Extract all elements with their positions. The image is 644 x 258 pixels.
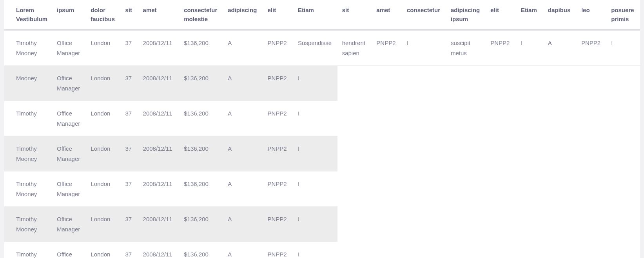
- col-header[interactable]: sit: [337, 0, 372, 31]
- col-header[interactable]: sit: [120, 0, 138, 31]
- table-row[interactable]: TimothyOffice ManagerLondon372008/12/11$…: [4, 101, 640, 136]
- table-row[interactable]: Timothy MooneyOffice ManagerLondon372008…: [4, 31, 640, 66]
- table-cell: A: [223, 66, 263, 101]
- table-cell: I: [293, 242, 337, 258]
- table-cell: I: [293, 101, 337, 136]
- table-cell: Office Manager: [52, 31, 86, 66]
- table-cell: Office Manager: [52, 66, 86, 101]
- col-header[interactable]: Etiam: [516, 0, 543, 31]
- table-cell: I: [293, 136, 337, 171]
- table-cell: PNPP2: [263, 242, 293, 258]
- col-header[interactable]: dapibus: [543, 0, 577, 31]
- table-cell: Office Manager: [52, 242, 86, 258]
- col-header[interactable]: dolor faucibus: [86, 0, 120, 31]
- table-cell: Timothy: [4, 101, 52, 136]
- table-cell: Timothy Mooney: [4, 171, 52, 207]
- table-cell: PNPP2: [263, 31, 293, 66]
- data-table-card: Lorem Vestibulumipsumdolor faucibussitam…: [4, 0, 640, 258]
- table-cell: PNPP2: [263, 101, 293, 136]
- col-header[interactable]: elit: [486, 0, 516, 31]
- col-header[interactable]: ipsum: [52, 0, 86, 31]
- table-cell: Timothy Mooney: [4, 31, 52, 66]
- table-row[interactable]: Timothy MooneyOffice ManagerLondon372008…: [4, 207, 640, 242]
- table-cell: London: [86, 171, 120, 207]
- col-header[interactable]: amet: [138, 0, 180, 31]
- table-cell: I: [293, 171, 337, 207]
- table-cell: 37: [120, 242, 138, 258]
- table-cell: I: [402, 31, 446, 66]
- table-row[interactable]: Timothy MooneyOffice ManagerLondon372008…: [4, 242, 640, 258]
- table-cell: Office Manager: [52, 171, 86, 207]
- table-cell: A: [223, 171, 263, 207]
- table-cell: PNPP2: [372, 31, 402, 66]
- table-cell: A: [223, 31, 263, 66]
- table-cell: Mooney: [4, 66, 52, 101]
- table-cell: Timothy Mooney: [4, 207, 52, 242]
- col-header[interactable]: leo: [577, 0, 606, 31]
- col-header[interactable]: posuere primis: [606, 0, 640, 31]
- table-cell: Timothy Mooney: [4, 136, 52, 171]
- table-row[interactable]: Timothy MooneyOffice ManagerLondon372008…: [4, 136, 640, 171]
- table-cell: PNPP2: [577, 31, 606, 66]
- table-cell: PNPP2: [263, 136, 293, 171]
- table-cell: A: [223, 242, 263, 258]
- col-header[interactable]: Lorem Vestibulum: [4, 0, 52, 31]
- col-header[interactable]: amet: [372, 0, 402, 31]
- table-cell: 37: [120, 207, 138, 242]
- table-cell: A: [223, 136, 263, 171]
- table-cell: PNPP2: [263, 207, 293, 242]
- table-cell: $136,200: [179, 101, 223, 136]
- table-cell: 2008/12/11: [138, 101, 180, 136]
- table-row[interactable]: MooneyOffice ManagerLondon372008/12/11$1…: [4, 66, 640, 101]
- table-cell: 37: [120, 66, 138, 101]
- table-cell: London: [86, 66, 120, 101]
- table-cell: Office Manager: [52, 101, 86, 136]
- table-cell: A: [543, 31, 577, 66]
- table-cell: $136,200: [179, 66, 223, 101]
- col-header[interactable]: consectetur: [402, 0, 446, 31]
- table-cell: A: [223, 101, 263, 136]
- table-cell: 2008/12/11: [138, 171, 180, 207]
- table-cell: Office Manager: [52, 136, 86, 171]
- table-cell: 37: [120, 101, 138, 136]
- data-table: Lorem Vestibulumipsumdolor faucibussitam…: [4, 0, 640, 258]
- table-cell: PNPP2: [263, 66, 293, 101]
- table-cell: I: [293, 207, 337, 242]
- table-cell: PNPP2: [486, 31, 516, 66]
- table-cell: London: [86, 136, 120, 171]
- table-cell: Suspendisse: [293, 31, 337, 66]
- table-cell: $136,200: [179, 171, 223, 207]
- table-cell: $136,200: [179, 207, 223, 242]
- table-cell: 2008/12/11: [138, 31, 180, 66]
- table-cell: 37: [120, 171, 138, 207]
- table-cell: suscipit metus: [446, 31, 486, 66]
- col-header[interactable]: adipiscing: [223, 0, 263, 31]
- table-cell: $136,200: [179, 136, 223, 171]
- table-cell: I: [606, 31, 640, 66]
- table-cell: $136,200: [179, 31, 223, 66]
- table-cell: A: [223, 207, 263, 242]
- col-header[interactable]: consectetur molestie: [179, 0, 223, 31]
- table-scroll-container[interactable]: Lorem Vestibulumipsumdolor faucibussitam…: [4, 0, 640, 258]
- table-cell: PNPP2: [263, 171, 293, 207]
- table-cell: London: [86, 207, 120, 242]
- table-cell: $136,200: [179, 242, 223, 258]
- table-cell: 37: [120, 136, 138, 171]
- col-header[interactable]: elit: [263, 0, 293, 31]
- table-cell: I: [293, 66, 337, 101]
- table-cell: 2008/12/11: [138, 207, 180, 242]
- table-cell: 2008/12/11: [138, 136, 180, 171]
- table-header-row: Lorem Vestibulumipsumdolor faucibussitam…: [4, 0, 640, 31]
- table-cell: Office Manager: [52, 207, 86, 242]
- table-cell: Timothy Mooney: [4, 242, 52, 258]
- table-cell: I: [516, 31, 543, 66]
- table-cell: hendrerit sapien: [337, 31, 372, 66]
- table-cell: 37: [120, 31, 138, 66]
- table-cell: London: [86, 242, 120, 258]
- table-row[interactable]: Timothy MooneyOffice ManagerLondon372008…: [4, 171, 640, 207]
- table-cell: London: [86, 31, 120, 66]
- table-cell: 2008/12/11: [138, 66, 180, 101]
- col-header[interactable]: adipiscing ipsum: [446, 0, 486, 31]
- col-header[interactable]: Etiam: [293, 0, 337, 31]
- table-cell: London: [86, 101, 120, 136]
